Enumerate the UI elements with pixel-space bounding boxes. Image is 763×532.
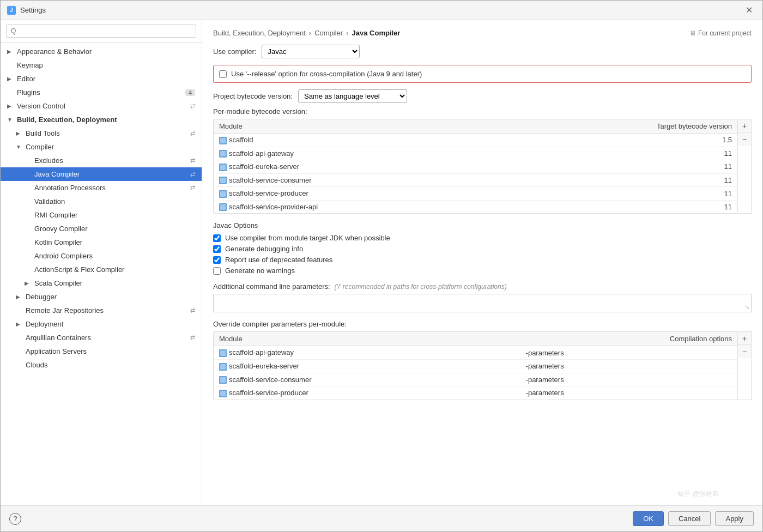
sidebar-item-label: Annotation Processors (34, 184, 106, 192)
sidebar-item-actionscript[interactable]: ActionScript & Flex Compiler (1, 263, 202, 276)
sidebar-item-label: Build, Execution, Deployment (17, 116, 117, 124)
sync-icon: ⇄ (190, 102, 195, 110)
override-options-col-header: Compilation options (520, 332, 737, 346)
settings-dialog: J Settings ✕ ▶ Appearance & Behavior Key… (0, 0, 763, 532)
sidebar-item-java-compiler[interactable]: Java Compiler ⇄ (1, 167, 202, 181)
use-compiler-label: Use compiler: (213, 47, 256, 56)
help-button[interactable]: ? (9, 513, 21, 525)
expand-icon: ⤡ (745, 304, 749, 310)
sidebar-item-appearance[interactable]: ▶ Appearance & Behavior (1, 45, 202, 58)
override-table-container: Module Compilation options scaffold-api-… (213, 331, 752, 400)
module-table: Module Target bytecode version scaffold … (213, 119, 738, 214)
sidebar-item-scala[interactable]: ▶ Scala Compiler (1, 276, 202, 290)
generate-no-warnings-checkbox[interactable] (213, 267, 221, 275)
target-version: 11 (507, 200, 737, 213)
sidebar-item-debugger[interactable]: ▶ Debugger (1, 290, 202, 304)
breadcrumb-part2: Compiler (314, 29, 343, 37)
sidebar-item-app-servers[interactable]: Application Servers (1, 344, 202, 358)
sidebar-item-remote-jar[interactable]: Remote Jar Repositories ⇄ (1, 304, 202, 317)
project-icon: 🖥 (689, 29, 696, 37)
table-row[interactable]: scaffold-service-consumer 11 (214, 173, 737, 187)
target-version: 11 (507, 147, 737, 160)
sidebar: ▶ Appearance & Behavior Keymap ▶ Editor … (1, 20, 202, 505)
search-input[interactable] (6, 25, 196, 38)
sync-icon: ⇄ (190, 334, 195, 341)
cmd-label-row: Additional command line parameters: ('/'… (213, 282, 752, 291)
generate-no-warnings-label[interactable]: Generate no warnings (225, 267, 295, 275)
sidebar-item-deployment[interactable]: ▶ Deployment (1, 317, 202, 331)
sidebar-item-android[interactable]: Android Compilers (1, 249, 202, 263)
javac-options-label: Javac Options (213, 221, 752, 229)
apply-button[interactable]: Apply (715, 511, 754, 526)
sidebar-item-build-execution[interactable]: ▼ Build, Execution, Deployment (1, 113, 202, 126)
generate-debug-label[interactable]: Generate debugging info (225, 245, 303, 253)
module-name: scaffold (214, 134, 507, 147)
table-row[interactable]: scaffold 1.5 (214, 134, 737, 147)
release-option-label[interactable]: Use '--release' option for cross-compila… (231, 70, 422, 78)
close-button[interactable]: ✕ (742, 4, 756, 16)
sidebar-item-compiler[interactable]: ▼ Compiler (1, 140, 202, 154)
add-override-button[interactable]: + (738, 332, 751, 345)
sidebar-item-arquillian[interactable]: Arquillian Containers ⇄ (1, 331, 202, 344)
report-deprecated-checkbox[interactable] (213, 256, 221, 264)
sidebar-item-plugins[interactable]: Plugins 4 (1, 86, 202, 99)
bottom-bar: ? OK Cancel Apply (1, 505, 762, 531)
compilation-options: -parameters (520, 346, 737, 360)
add-module-button[interactable]: + (738, 119, 751, 132)
sidebar-item-label: Kotlin Compiler (34, 238, 82, 246)
sidebar-item-kotlin[interactable]: Kotlin Compiler (1, 235, 202, 249)
ok-button[interactable]: OK (633, 511, 664, 526)
remove-module-button[interactable]: − (738, 132, 751, 146)
expand-arrow-icon: ▶ (7, 76, 14, 82)
sidebar-item-label: Build Tools (26, 129, 60, 137)
table-row[interactable]: scaffold-service-provider-api 11 (214, 200, 737, 213)
module-table-buttons: + − (738, 119, 752, 214)
report-deprecated-label[interactable]: Report use of deprecated features (225, 256, 332, 264)
sidebar-item-editor[interactable]: ▶ Editor (1, 72, 202, 86)
generate-debug-checkbox[interactable] (213, 245, 221, 253)
table-row[interactable]: scaffold-api-gateway 11 (214, 147, 737, 160)
sidebar-item-groovy[interactable]: Groovy Compiler (1, 222, 202, 235)
sidebar-item-build-tools[interactable]: ▶ Build Tools ⇄ (1, 126, 202, 140)
sidebar-item-clouds[interactable]: Clouds (1, 358, 202, 372)
sidebar-item-label: Clouds (26, 361, 47, 369)
sync-icon: ⇄ (190, 130, 195, 137)
cmd-params-section: Additional command line parameters: ('/'… (213, 282, 752, 312)
target-version: 11 (507, 187, 737, 201)
per-module-label: Per-module bytecode version: (213, 107, 752, 116)
sidebar-item-keymap[interactable]: Keymap (1, 58, 202, 72)
sidebar-item-annotation[interactable]: Annotation Processors ⇄ (1, 181, 202, 195)
project-bytecode-select[interactable]: Same as language level (298, 89, 407, 103)
breadcrumb-current: Java Compiler (352, 29, 401, 37)
use-compiler-select[interactable]: Javac (262, 45, 360, 58)
use-compiler-module-checkbox[interactable] (213, 234, 221, 242)
table-row[interactable]: scaffold-service-producer -parameters (214, 386, 737, 400)
cancel-button[interactable]: Cancel (668, 511, 711, 526)
override-label: Override compiler parameters per-module: (213, 320, 752, 328)
use-compiler-module-label[interactable]: Use compiler from module target JDK when… (225, 234, 390, 242)
table-row[interactable]: scaffold-eureka-server 11 (214, 160, 737, 174)
cmd-params-input[interactable] (213, 294, 752, 312)
sidebar-item-label: Plugins (17, 88, 40, 96)
expand-arrow-icon: ▼ (7, 117, 14, 123)
table-row[interactable]: scaffold-api-gateway -parameters (214, 346, 737, 360)
expand-arrow-icon: ▶ (7, 103, 14, 109)
sidebar-item-rmi[interactable]: RMI Compiler (1, 208, 202, 222)
compilation-options: -parameters (520, 386, 737, 400)
table-row[interactable]: scaffold-service-producer 11 (214, 187, 737, 201)
sidebar-item-version-control[interactable]: ▶ Version Control ⇄ (1, 99, 202, 113)
javac-options-section: Javac Options Use compiler from module t… (213, 221, 752, 275)
use-compiler-row: Use compiler: Javac (213, 45, 752, 58)
sidebar-item-label: Keymap (17, 61, 43, 69)
sidebar-item-validation[interactable]: Validation (1, 195, 202, 208)
override-module-name: scaffold-eureka-server (214, 359, 520, 373)
option-row: Report use of deprecated features (213, 256, 752, 264)
release-option-checkbox[interactable] (219, 70, 227, 78)
sidebar-item-excludes[interactable]: Excludes ⇄ (1, 154, 202, 167)
table-row[interactable]: scaffold-eureka-server -parameters (214, 359, 737, 373)
remove-override-button[interactable]: − (738, 345, 751, 358)
breadcrumb: Build, Execution, Deployment › Compiler … (213, 29, 752, 37)
target-version: 11 (507, 173, 737, 187)
table-row[interactable]: scaffold-service-consumer -parameters (214, 373, 737, 386)
override-section: Override compiler parameters per-module:… (213, 320, 752, 400)
